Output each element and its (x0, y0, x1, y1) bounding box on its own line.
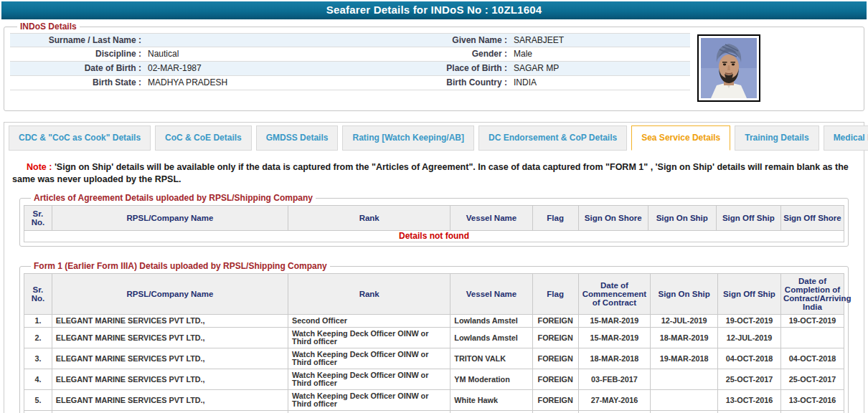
column-header-rpsl-company-name: RPSL/Company Name (52, 274, 288, 315)
column-header-sr-no: Sr. No. (24, 206, 52, 231)
cell-sr-no: 3. (24, 348, 52, 369)
cell-date-of-commencement-of-contract: 27-MAY-2016 (578, 390, 651, 411)
cell-date-of-commencement-of-contract: 03-FEB-2017 (578, 369, 651, 390)
form1-table: Sr. No.RPSL/Company NameRankVessel NameF… (24, 273, 844, 413)
cell-vessel-name: Lowlands Amstel (450, 315, 532, 328)
cell-rank: Second Officer (288, 315, 450, 328)
tab-gmdss-details[interactable]: GMDSS Details (256, 125, 339, 151)
indos-field-row: Birth State :MADHYA PRADESHBirth Country… (10, 76, 690, 90)
table-row: 2.ELEGANT MARINE SERVICES PVT LTD.,Watch… (24, 328, 844, 348)
articles-table: Sr. No.RPSL/Company NameRankVessel NameF… (24, 205, 844, 242)
field-value-given-name: SARABJEET (512, 34, 690, 47)
seafarer-photo-image (701, 38, 757, 98)
cell-sign-off-ship: 13-OCT-2016 (717, 390, 780, 411)
table-row: 1.ELEGANT MARINE SERVICES PVT LTD.,Secon… (24, 315, 844, 328)
column-header-sign-off-ship: Sign Off Ship (716, 206, 780, 231)
note-body: 'Sign on Ship' details will be available… (12, 162, 849, 184)
form1-section: Form 1 (Earlier Form IIIA) Details uploa… (19, 261, 849, 413)
cell-sign-off-ship: 04-OCT-2018 (717, 348, 780, 369)
field-value-surname-last-name (146, 34, 370, 47)
details-not-found-message: Details not found (24, 231, 844, 242)
cell-vessel-name: White Hawk (450, 390, 532, 411)
cell-sr-no: 1. (24, 315, 52, 328)
column-header-vessel-name: Vessel Name (450, 274, 532, 315)
field-label-birth-state: Birth State : (10, 76, 146, 90)
cell-rpsl-company-name: ELEGANT MARINE SERVICES PVT LTD., (52, 328, 288, 348)
note-text: Note : 'Sign on Ship' details will be av… (12, 161, 856, 186)
field-label-date-of-birth: Date of Birth : (10, 62, 146, 75)
cell-rpsl-company-name: ELEGANT MARINE SERVICES PVT LTD., (52, 390, 288, 411)
tab-medical-fitness-certificate[interactable]: Medical Fitness Certificate (824, 125, 868, 151)
cell-vessel-name: TRITON VALK (450, 348, 532, 369)
table-row: 5.ELEGANT MARINE SERVICES PVT LTD.,Watch… (24, 390, 844, 411)
cell-sr-no: 5. (24, 390, 52, 411)
tab-cdc-coc-as-cook-details[interactable]: CDC & "CoC as Cook" Details (9, 125, 151, 151)
cell-rank: Watch Keeping Deck Officer OINW or Third… (288, 348, 450, 369)
cell-date-of-completion-of-contract-arriving-india: 25-OCT-2017 (780, 369, 844, 390)
cell-sign-off-ship: 12-JUL-2019 (717, 328, 780, 348)
column-header-rank: Rank (288, 274, 450, 315)
indos-field-row: Date of Birth :02-MAR-1987Place of Birth… (10, 62, 690, 76)
field-value-gender: Male (512, 47, 690, 61)
column-header-flag: Flag (532, 206, 578, 231)
column-header-sign-on-ship: Sign On Ship (648, 206, 716, 231)
field-label-gender: Gender : (370, 47, 512, 61)
indos-field-row: Discipline :NauticalGender :Male (10, 47, 690, 62)
seafarer-photo (697, 34, 760, 102)
cell-rank: Watch Keeping Deck Officer OINW or Third… (288, 390, 450, 411)
table-row: 6.ELEGANT MARINE SERVICES PVT LTD.,Watch… (24, 411, 844, 413)
field-label-place-of-birth: Place of Birth : (370, 62, 512, 75)
note-prefix: Note : (27, 162, 52, 172)
tab-content-panel: CDC & "CoC as Cook" DetailsCoC & CoE Det… (4, 122, 864, 413)
cell-rank: Watch Keeping Deck Officer OINW or Third… (288, 369, 450, 390)
cell-date-of-completion-of-contract-arriving-india: 04-OCT-2018 (780, 348, 844, 369)
articles-header-row: Sr. No.RPSL/Company NameRankVessel NameF… (24, 206, 844, 231)
cell-date-of-completion-of-contract-arriving-india: 19-OCT-2019 (780, 315, 844, 328)
cell-date-of-completion-of-contract-arriving-india (780, 328, 844, 348)
cell-sr-no: 6. (24, 411, 52, 413)
articles-of-agreement-section: Articles of Agreement Details uploaded b… (19, 193, 849, 247)
cell-sign-on-ship: 18-MAR-2019 (651, 328, 718, 348)
cell-rpsl-company-name: ELEGANT MARINE SERVICES PVT LTD., (52, 411, 288, 413)
tab-rating-watch-keeping-ab[interactable]: Rating [Watch Keeping/AB] (342, 125, 474, 151)
column-header-rpsl-company-name: RPSL/Company Name (52, 206, 288, 231)
cell-rpsl-company-name: ELEGANT MARINE SERVICES PVT LTD., (52, 348, 288, 369)
cell-sign-on-ship: 12-JUL-2019 (651, 315, 718, 328)
cell-date-of-completion-of-contract-arriving-india: 13-OCT-2016 (780, 390, 844, 411)
tab-sea-service-details[interactable]: Sea Service Details (631, 125, 730, 151)
form1-header-row: Sr. No.RPSL/Company NameRankVessel NameF… (24, 274, 844, 315)
indos-details-section: INDoS Details Surname / Last Name :Given… (4, 22, 864, 111)
cell-flag: FOREIGN (532, 348, 578, 369)
tab-dc-endorsement-cop-details[interactable]: DC Endorsement & CoP Details (478, 125, 627, 151)
cell-date-of-commencement-of-contract: 10-JAN-2016 (578, 411, 651, 413)
field-value-date-of-birth: 02-MAR-1987 (146, 62, 370, 75)
field-value-discipline: Nautical (146, 47, 370, 61)
field-label-surname-last-name: Surname / Last Name : (10, 34, 146, 47)
field-value-birth-country: INDIA (512, 76, 690, 90)
cell-date-of-commencement-of-contract: 15-MAR-2019 (578, 328, 651, 348)
cell-vessel-name: Lowlands Amstel (450, 328, 532, 348)
indos-field-row: Surname / Last Name :Given Name :SARABJE… (10, 33, 690, 47)
column-header-sr-no: Sr. No. (24, 274, 52, 315)
cell-sr-no: 4. (24, 369, 52, 390)
cell-flag: FOREIGN (532, 390, 578, 411)
articles-empty-row: Details not found (24, 231, 844, 242)
column-header-sign-off-ship: Sign Off Ship (717, 274, 780, 315)
articles-legend: Articles of Agreement Details uploaded b… (31, 193, 316, 203)
cell-vessel-name: White Hawk (450, 411, 532, 413)
field-label-discipline: Discipline : (10, 47, 146, 61)
cell-sign-off-ship: 27-MAY-2016 (717, 411, 780, 413)
cell-vessel-name: YM Moderation (450, 369, 532, 390)
cell-sign-off-ship: 25-OCT-2017 (717, 369, 780, 390)
column-header-sign-on-ship: Sign On Ship (651, 274, 718, 315)
tab-training-details[interactable]: Training Details (735, 125, 819, 151)
form1-legend: Form 1 (Earlier Form IIIA) Details uploa… (31, 261, 330, 271)
cell-sign-on-ship (651, 411, 718, 413)
column-header-sign-off-shore: Sign Off Shore (780, 206, 844, 231)
tab-coc-coe-details[interactable]: CoC & CoE Details (155, 125, 252, 151)
column-header-flag: Flag (532, 274, 578, 315)
field-value-place-of-birth: SAGAR MP (512, 62, 690, 75)
field-value-birth-state: MADHYA PRADESH (146, 76, 370, 90)
field-label-given-name: Given Name : (370, 34, 512, 47)
table-row: 4.ELEGANT MARINE SERVICES PVT LTD.,Watch… (24, 369, 844, 390)
